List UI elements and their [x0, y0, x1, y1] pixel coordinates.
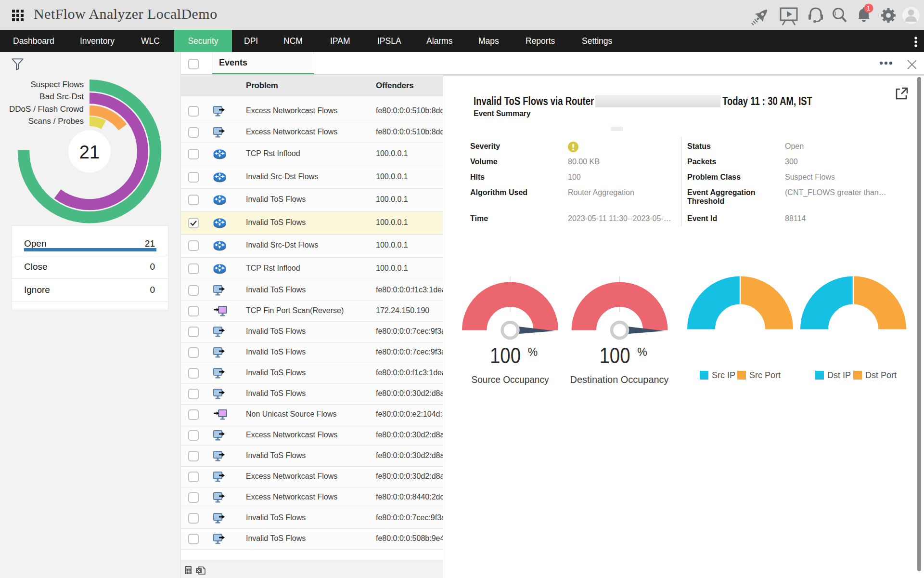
svg-text:Destination Occupancy: Destination Occupancy: [570, 374, 669, 385]
svg-text:%: %: [637, 346, 647, 358]
svg-text:Source Occupancy: Source Occupancy: [472, 374, 549, 385]
svg-text:%: %: [528, 346, 538, 358]
svg-text:1: 1: [867, 4, 871, 12]
svg-text:21: 21: [79, 142, 100, 162]
svg-text:100: 100: [600, 343, 630, 368]
svg-text:100: 100: [490, 343, 521, 368]
